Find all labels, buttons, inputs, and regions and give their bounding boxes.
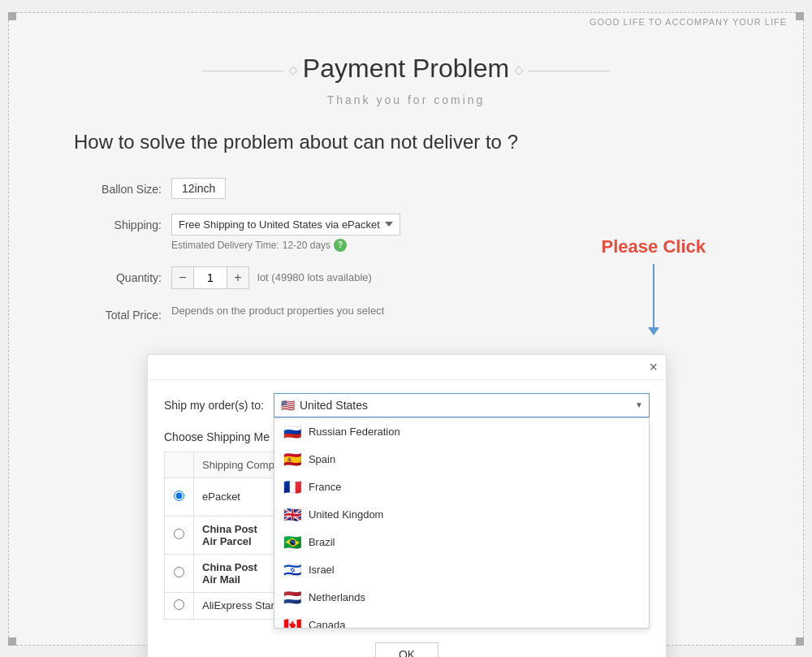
country-option-spain[interactable]: 🇪🇸 Spain xyxy=(274,446,649,473)
modal-header: × xyxy=(148,355,666,380)
outer-frame: GOOD LIFE TO ACCOMPANY YOUR LIFE Payment… xyxy=(8,12,804,646)
country-option-israel[interactable]: 🇮🇱 Israel xyxy=(274,556,649,584)
radio-cell-air-mail[interactable] xyxy=(165,554,194,592)
radio-air-parcel[interactable] xyxy=(174,529,184,539)
radio-air-mail[interactable] xyxy=(174,567,184,577)
ship-to-row: Ship my order(s) to: 🇺🇸 United States ▼ … xyxy=(164,393,650,417)
country-name-uk: United Kingdom xyxy=(309,508,384,521)
balloon-size-badge: 12inch xyxy=(171,178,226,199)
country-name-canada: Canada xyxy=(309,619,346,629)
quantity-label: Quantity: xyxy=(74,266,171,284)
header-diamond-right xyxy=(514,66,523,75)
country-name-brazil: Brazil xyxy=(309,536,335,548)
delivery-time-label: Estimated Delivery Time: xyxy=(171,240,279,251)
country-dropdown: 🇷🇺 Russian Federation 🇪🇸 Spain 🇫🇷 France xyxy=(274,417,650,629)
corner-tl xyxy=(8,12,16,20)
quantity-decrease-button[interactable]: − xyxy=(171,266,194,289)
country-option-brazil[interactable]: 🇧🇷 Brazil xyxy=(274,529,649,556)
balloon-size-value: 12inch xyxy=(171,178,738,199)
country-option-canada[interactable]: 🇨🇦 Canada xyxy=(274,612,649,629)
radio-cell-epacket[interactable] xyxy=(165,478,194,516)
corner-br xyxy=(796,638,804,646)
balloon-size-row: Ballon Size: 12inch xyxy=(74,178,738,199)
flag-france: 🇫🇷 xyxy=(283,478,302,496)
flag-uk: 🇬🇧 xyxy=(283,506,302,524)
chevron-down-icon: ▼ xyxy=(635,400,643,409)
corner-bl xyxy=(8,638,16,646)
quantity-increase-button[interactable]: + xyxy=(227,266,249,289)
flag-russia: 🇷🇺 xyxy=(283,423,302,441)
ship-to-label: Ship my order(s) to: xyxy=(164,399,264,412)
radio-aliexpress[interactable] xyxy=(174,599,184,610)
shipping-select-container: Free Shipping to United States via ePack… xyxy=(171,214,738,236)
flag-brazil: 🇧🇷 xyxy=(283,534,302,551)
question-section: How to solve the problem about can not d… xyxy=(74,131,787,153)
modal-body: Ship my order(s) to: 🇺🇸 United States ▼ … xyxy=(148,380,666,633)
page-header: Payment Problem Thank you for coming xyxy=(25,54,787,106)
header-line-right xyxy=(529,71,610,71)
col-radio xyxy=(165,452,194,478)
page-subtitle: Thank you for coming xyxy=(25,93,787,106)
country-option-netherlands[interactable]: 🇳🇱 Netherlands xyxy=(274,584,649,612)
page-title: Payment Problem xyxy=(303,54,509,84)
flag-canada: 🇨🇦 xyxy=(283,616,302,629)
country-option-uk[interactable]: 🇬🇧 United Kingdom xyxy=(274,501,649,529)
question-text: How to solve the problem about can not d… xyxy=(74,131,787,153)
corner-tr xyxy=(796,12,804,20)
flag-spain: 🇪🇸 xyxy=(283,451,302,469)
country-select-wrapper: 🇺🇸 United States ▼ 🇷🇺 Russian Federation… xyxy=(274,393,650,417)
tagline: GOOD LIFE TO ACCOMPANY YOUR LIFE xyxy=(590,17,787,27)
header-decoration: Payment Problem xyxy=(25,54,787,89)
company-air-mail-name: China PostAir Mail xyxy=(202,561,257,586)
country-name-france: France xyxy=(309,481,341,493)
flag-israel: 🇮🇱 xyxy=(283,561,302,579)
help-icon[interactable]: ? xyxy=(334,239,347,252)
balloon-size-label: Ballon Size: xyxy=(74,178,171,196)
total-price-text: Depends on the product properties you se… xyxy=(171,300,384,317)
country-name-netherlands: Netherlands xyxy=(309,591,365,603)
total-price-label: Total Price: xyxy=(74,304,171,322)
selected-flag: 🇺🇸 xyxy=(281,399,295,412)
country-name-russia: Russian Federation xyxy=(309,426,400,438)
modal-overlay: × Ship my order(s) to: 🇺🇸 United States … xyxy=(147,354,667,658)
please-click-section: Please Click xyxy=(602,236,706,329)
quantity-input[interactable] xyxy=(194,266,227,289)
country-select-display[interactable]: 🇺🇸 United States ▼ xyxy=(274,393,650,417)
arrow-down-icon xyxy=(653,264,654,329)
please-click-text: Please Click xyxy=(602,236,706,257)
company-air-parcel-name: China PostAir Parcel xyxy=(202,523,257,547)
radio-epacket[interactable] xyxy=(174,491,184,501)
selected-country-name: United States xyxy=(300,399,368,412)
header-line-left xyxy=(202,71,283,71)
shipping-select[interactable]: Free Shipping to United States via ePack… xyxy=(171,214,400,236)
header-diamond-left xyxy=(288,66,297,75)
radio-cell-aliexpress[interactable] xyxy=(165,592,194,619)
quantity-available: lot (49980 lots available) xyxy=(257,271,372,283)
radio-cell-air-parcel[interactable] xyxy=(165,516,194,554)
modal-close-button[interactable]: × xyxy=(649,360,658,374)
delivery-time-value: 12-20 days xyxy=(283,240,330,251)
country-option-russia[interactable]: 🇷🇺 Russian Federation xyxy=(274,418,649,446)
country-name-israel: Israel xyxy=(309,564,335,576)
ok-button[interactable]: OK xyxy=(375,642,438,658)
country-option-france[interactable]: 🇫🇷 France xyxy=(274,473,649,501)
modal-footer: OK xyxy=(148,633,666,658)
country-name-spain: Spain xyxy=(309,453,335,465)
shipping-label: Shipping: xyxy=(74,214,171,231)
flag-netherlands: 🇳🇱 xyxy=(283,589,302,607)
